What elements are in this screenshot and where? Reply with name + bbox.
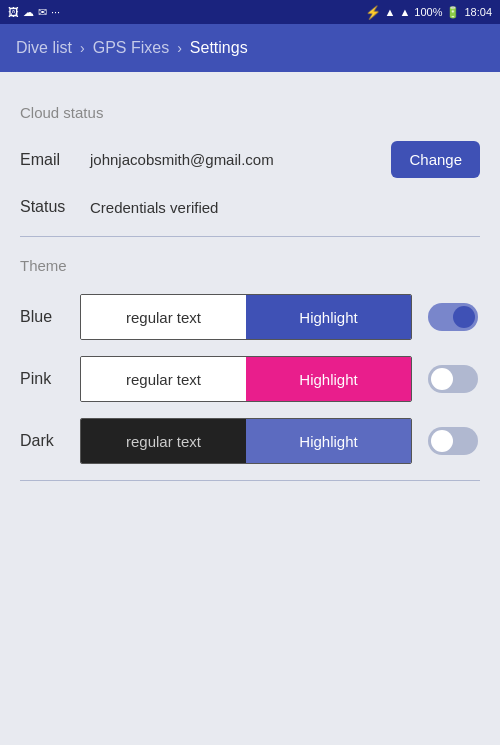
nav-dive-list[interactable]: Dive list — [16, 39, 72, 57]
blue-label: Blue — [20, 308, 80, 326]
theme-row-blue: Blue regular text Highlight — [20, 294, 480, 340]
dark-label: Dark — [20, 432, 80, 450]
pink-preview: regular text Highlight — [80, 356, 412, 402]
nav-bar: Dive list › GPS Fixes › Settings — [0, 24, 500, 72]
dark-preview: regular text Highlight — [80, 418, 412, 464]
blue-toggle[interactable] — [428, 303, 478, 331]
clock: 18:04 — [464, 6, 492, 18]
status-value: Credentials verified — [90, 199, 480, 216]
dark-slider — [428, 427, 478, 455]
blue-regular-text: regular text — [81, 295, 246, 339]
wifi-icon: ▲ — [385, 6, 396, 18]
blue-slider — [428, 303, 478, 331]
notification-icon-1: 🖼 — [8, 6, 19, 18]
email-label: Email — [20, 151, 90, 169]
notification-icon-3: ✉ — [38, 6, 47, 19]
divider-2 — [20, 480, 480, 481]
theme-title: Theme — [20, 257, 480, 274]
dark-highlight-text: Highlight — [246, 419, 411, 463]
nav-gps-fixes[interactable]: GPS Fixes — [93, 39, 169, 57]
dark-regular-text: regular text — [81, 419, 246, 463]
blue-highlight-text: Highlight — [246, 295, 411, 339]
theme-row-dark: Dark regular text Highlight — [20, 418, 480, 464]
main-content: Cloud status Email johnjacobsmith@gmail.… — [0, 72, 500, 497]
nav-settings: Settings — [190, 39, 248, 57]
nav-chevron-2: › — [177, 40, 182, 56]
theme-row-pink: Pink regular text Highlight — [20, 356, 480, 402]
blue-preview: regular text Highlight — [80, 294, 412, 340]
battery-icon: 🔋 — [446, 6, 460, 19]
dark-toggle[interactable] — [428, 427, 478, 455]
signal-icon: ▲ — [399, 6, 410, 18]
pink-toggle-wrap — [428, 365, 480, 393]
status-bar-system: ⚡ ▲ ▲ 100% 🔋 18:04 — [365, 5, 492, 20]
status-row: Status Credentials verified — [20, 198, 480, 216]
email-row: Email johnjacobsmith@gmail.com Change — [20, 141, 480, 178]
battery-percent: 100% — [414, 6, 442, 18]
bluetooth-icon: ⚡ — [365, 5, 381, 20]
ellipsis: ··· — [51, 6, 60, 18]
status-bar-notifications: 🖼 ☁ ✉ ··· — [8, 6, 60, 19]
nav-chevron-1: › — [80, 40, 85, 56]
status-bar: 🖼 ☁ ✉ ··· ⚡ ▲ ▲ 100% 🔋 18:04 — [0, 0, 500, 24]
pink-label: Pink — [20, 370, 80, 388]
divider-1 — [20, 236, 480, 237]
blue-toggle-wrap — [428, 303, 480, 331]
status-label: Status — [20, 198, 90, 216]
dark-toggle-wrap — [428, 427, 480, 455]
pink-regular-text: regular text — [81, 357, 246, 401]
pink-highlight-text: Highlight — [246, 357, 411, 401]
notification-icon-2: ☁ — [23, 6, 34, 19]
pink-toggle[interactable] — [428, 365, 478, 393]
pink-slider — [428, 365, 478, 393]
cloud-status-title: Cloud status — [20, 104, 480, 121]
email-value: johnjacobsmith@gmail.com — [90, 151, 391, 168]
change-button[interactable]: Change — [391, 141, 480, 178]
